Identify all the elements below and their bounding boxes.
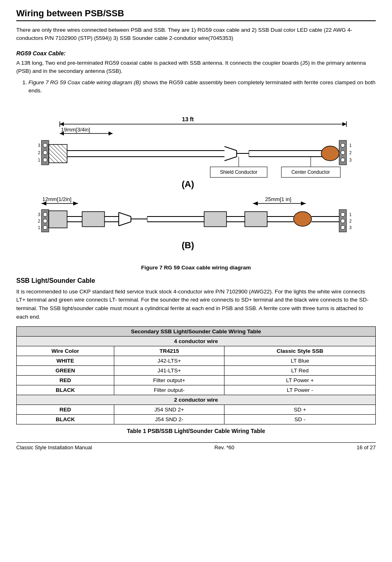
figure-caption: Figure 7 RG 59 Coax cable wiring diagram	[16, 265, 376, 271]
left-pin3-b: 3	[38, 212, 40, 217]
svg-line-18	[49, 153, 59, 163]
right-pin3-a: 3	[349, 158, 352, 162]
svg-marker-3	[60, 122, 64, 126]
label-b: (B)	[182, 240, 194, 250]
table-row: RED J54 SND 2+ SD +	[17, 405, 376, 415]
cell-red2-color: RED	[17, 405, 114, 415]
col-wire-color: Wire Color	[17, 346, 114, 356]
12mm-label: 12mm[1/2in]	[42, 196, 72, 202]
cell-red2-tr: J54 SND 2+	[114, 405, 224, 415]
footer-right: 16 of 27	[357, 444, 376, 450]
center-conductor-label: Center Conductor	[292, 169, 330, 175]
right-pin3-b: 3	[349, 225, 352, 230]
rg59-title: RG59 Coax Cable:	[16, 50, 376, 57]
footer-left: Classic Style Installation Manual	[16, 444, 92, 450]
cell-green-color: GREEN	[17, 366, 114, 376]
13ft-label: 13 ft	[182, 116, 194, 122]
svg-point-11	[43, 158, 47, 162]
table-row: GREEN J41-LTS+ LT Red	[17, 366, 376, 376]
svg-rect-48	[49, 211, 67, 228]
svg-line-15	[57, 144, 67, 155]
table-row: WHITE J42-LTS+ LT Blue	[17, 356, 376, 366]
diagram-container: 13 ft 19mm[3/4in] 3 2 1	[16, 102, 376, 260]
svg-marker-40	[73, 201, 78, 206]
svg-marker-7	[109, 131, 113, 136]
wiring-table: Secondary SSB Light/Sounder Cable Wiring…	[16, 326, 376, 424]
right-pin1-b: 1	[349, 212, 352, 217]
table-col-header-row: Wire Color TR4215 Classic Style SSB	[17, 346, 376, 356]
svg-rect-65	[245, 212, 267, 227]
cell-black2-tr: J54 SND 2-	[114, 415, 224, 424]
left-pin3-a: 3	[38, 143, 40, 148]
cell-green-classic: LT Red	[224, 366, 376, 376]
table-4conductor-label: 4 conductor wire	[17, 337, 376, 346]
svg-line-14	[53, 144, 67, 159]
svg-line-54	[119, 212, 131, 216]
19mm-label: 19mm[3/4in]	[61, 127, 90, 133]
left-pin1-b: 1	[38, 225, 40, 230]
cell-red-tr: Filter output+	[114, 376, 224, 385]
left-pin2-b: 2	[38, 219, 40, 223]
svg-rect-62	[204, 212, 226, 227]
shield-conductor-label: Shield Conductor	[220, 169, 257, 175]
table-2conductor-label: 2 conductor wire	[17, 395, 376, 405]
label-a: (A)	[182, 179, 194, 189]
rg59-desc: A 13ft long, Two end pre-terminated RG59…	[16, 59, 376, 76]
cell-black-tr: Filter output-	[114, 385, 224, 395]
svg-line-17	[49, 149, 63, 163]
cell-black-classic: LT Power -	[224, 385, 376, 395]
25mm-label: 25mm[1 in]	[265, 196, 291, 202]
table-2conductor-header: 2 conductor wire	[17, 395, 376, 405]
table-main-header-row: Secondary SSB Light/Sounder Cable Wiring…	[17, 327, 376, 337]
svg-marker-4	[342, 122, 346, 126]
figure-caption-text: Figure 7 RG 59 Coax cable wiring diagram	[141, 265, 251, 271]
cell-green-tr: J41-LTS+	[114, 366, 224, 376]
table-row: RED Filter output+ LT Power +	[17, 376, 376, 385]
left-pin1-a: 1	[38, 158, 40, 162]
svg-point-45	[43, 212, 47, 216]
cell-black-color: BLACK	[17, 385, 114, 395]
svg-point-10	[43, 151, 47, 155]
right-pin2-a: 2	[349, 151, 352, 155]
right-pin1-a: 1	[349, 143, 352, 148]
ssb-desc: It is recommended to use CKP standard fi…	[16, 288, 376, 322]
intro-text: There are only three wires connected bet…	[16, 26, 376, 43]
cell-white-color: WHITE	[17, 356, 114, 366]
svg-point-31	[341, 143, 345, 147]
page-title: Wiring between PSB/SSB	[16, 8, 376, 21]
svg-point-29	[321, 146, 339, 161]
cell-black2-color: BLACK	[17, 415, 114, 424]
svg-point-68	[294, 212, 311, 226]
cell-red-classic: LT Power +	[224, 376, 376, 385]
svg-line-22	[224, 147, 237, 151]
right-pin2-b: 2	[349, 219, 352, 223]
svg-rect-51	[82, 212, 105, 227]
footer-center: Rev. *60	[214, 444, 234, 450]
col-tr4215: TR4215	[114, 346, 224, 356]
cell-white-tr: J42-LTS+	[114, 356, 224, 366]
table-caption: Table 1 PSB/SSB Light/Sounder Cable Wiri…	[16, 428, 376, 434]
svg-point-9	[43, 143, 47, 147]
coax-diagram: 13 ft 19mm[3/4in] 3 2 1	[29, 102, 363, 260]
svg-point-74	[341, 225, 345, 230]
table-4conductor-header: 4 conductor wire	[17, 337, 376, 346]
cell-white-classic: LT Blue	[224, 356, 376, 366]
cell-black2-classic: SD -	[224, 415, 376, 424]
figure-list-item: Figure 7 RG 59 Coax cable wiring diagram…	[28, 79, 376, 95]
svg-point-32	[341, 151, 345, 155]
svg-point-46	[43, 219, 47, 223]
figure-list: Figure 7 RG 59 Coax cable wiring diagram…	[28, 79, 376, 95]
svg-line-23	[224, 157, 237, 161]
svg-point-73	[341, 219, 345, 223]
svg-marker-42	[253, 201, 258, 206]
col-classic-ssb: Classic Style SSB	[224, 346, 376, 356]
svg-point-72	[341, 212, 345, 216]
cell-red-color: RED	[17, 376, 114, 385]
table-row: BLACK Filter output- LT Power -	[17, 385, 376, 395]
figure-italic: Figure 7 RG 59 Coax cable wiring diagram…	[28, 79, 141, 85]
ssb-title: SSB Light/Sounder Cable	[16, 277, 376, 284]
table-row: BLACK J54 SND 2- SD -	[17, 415, 376, 424]
svg-line-55	[119, 222, 131, 226]
svg-marker-43	[301, 201, 306, 206]
svg-point-47	[43, 225, 47, 230]
